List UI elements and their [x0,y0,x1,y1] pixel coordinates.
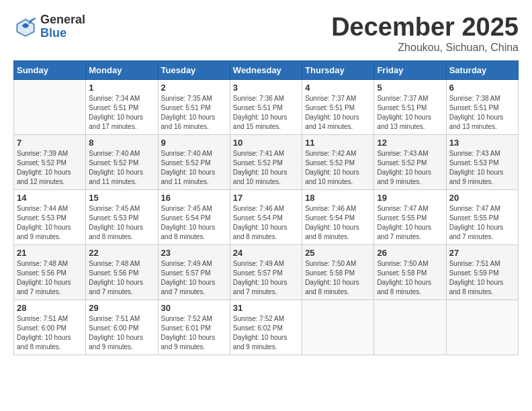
day-info: Sunrise: 7:52 AM Sunset: 6:01 PM Dayligh… [161,314,227,352]
calendar-week-row: 28Sunrise: 7:51 AM Sunset: 6:00 PM Dayli… [14,300,519,355]
calendar-cell: 1Sunrise: 7:34 AM Sunset: 5:51 PM Daylig… [86,79,158,134]
day-number: 24 [233,248,299,258]
calendar-table: SundayMondayTuesdayWednesdayThursdayFrid… [13,60,519,355]
day-number: 13 [449,138,515,148]
day-info: Sunrise: 7:38 AM Sunset: 5:51 PM Dayligh… [449,94,515,132]
day-number: 19 [377,193,443,203]
calendar-cell: 30Sunrise: 7:52 AM Sunset: 6:01 PM Dayli… [158,300,230,355]
day-info: Sunrise: 7:49 AM Sunset: 5:57 PM Dayligh… [233,259,299,297]
weekday-header-thursday: Thursday [302,60,374,79]
day-number: 22 [89,248,154,258]
day-number: 30 [161,303,227,313]
calendar-week-row: 14Sunrise: 7:44 AM Sunset: 5:53 PM Dayli… [14,189,519,244]
day-info: Sunrise: 7:49 AM Sunset: 5:57 PM Dayligh… [161,259,227,297]
day-info: Sunrise: 7:43 AM Sunset: 5:52 PM Dayligh… [377,149,443,187]
day-number: 3 [233,83,299,93]
calendar-cell: 6Sunrise: 7:38 AM Sunset: 5:51 PM Daylig… [446,79,518,134]
day-number: 26 [377,248,443,258]
day-info: Sunrise: 7:40 AM Sunset: 5:52 PM Dayligh… [161,149,227,187]
calendar-cell: 15Sunrise: 7:45 AM Sunset: 5:53 PM Dayli… [86,189,158,244]
weekday-header-monday: Monday [86,60,158,79]
day-info: Sunrise: 7:47 AM Sunset: 5:55 PM Dayligh… [449,204,515,242]
day-number: 31 [233,303,299,313]
day-info: Sunrise: 7:43 AM Sunset: 5:53 PM Dayligh… [449,149,515,187]
day-number: 2 [161,83,227,93]
day-info: Sunrise: 7:36 AM Sunset: 5:51 PM Dayligh… [233,94,299,132]
day-number: 28 [17,303,83,313]
calendar-week-row: 21Sunrise: 7:48 AM Sunset: 5:56 PM Dayli… [14,244,519,300]
calendar-cell: 31Sunrise: 7:52 AM Sunset: 6:02 PM Dayli… [230,300,302,355]
calendar-cell: 16Sunrise: 7:45 AM Sunset: 5:54 PM Dayli… [158,189,230,244]
calendar-cell: 11Sunrise: 7:42 AM Sunset: 5:52 PM Dayli… [302,134,374,189]
day-number: 4 [305,83,371,93]
calendar-cell: 24Sunrise: 7:49 AM Sunset: 5:57 PM Dayli… [230,244,302,300]
day-info: Sunrise: 7:51 AM Sunset: 5:59 PM Dayligh… [449,259,515,297]
weekday-header-sunday: Sunday [14,60,86,79]
day-number: 12 [377,138,443,148]
day-number: 27 [449,248,515,258]
calendar-cell [446,300,518,355]
day-info: Sunrise: 7:44 AM Sunset: 5:53 PM Dayligh… [17,204,83,242]
calendar-cell: 14Sunrise: 7:44 AM Sunset: 5:53 PM Dayli… [14,189,86,244]
day-number: 16 [161,193,227,203]
day-number: 14 [17,193,83,203]
day-info: Sunrise: 7:45 AM Sunset: 5:53 PM Dayligh… [89,204,154,242]
day-info: Sunrise: 7:35 AM Sunset: 5:51 PM Dayligh… [161,94,227,132]
day-number: 11 [305,138,371,148]
day-number: 17 [233,193,299,203]
day-info: Sunrise: 7:42 AM Sunset: 5:52 PM Dayligh… [305,149,371,187]
logo-blue-text: Blue [40,27,85,40]
day-number: 8 [89,138,154,148]
day-info: Sunrise: 7:47 AM Sunset: 5:55 PM Dayligh… [377,204,443,242]
calendar-cell: 10Sunrise: 7:41 AM Sunset: 5:52 PM Dayli… [230,134,302,189]
day-info: Sunrise: 7:46 AM Sunset: 5:54 PM Dayligh… [305,204,371,242]
calendar-cell: 5Sunrise: 7:37 AM Sunset: 5:51 PM Daylig… [374,79,446,134]
day-info: Sunrise: 7:51 AM Sunset: 6:00 PM Dayligh… [89,314,154,352]
calendar-cell: 12Sunrise: 7:43 AM Sunset: 5:52 PM Dayli… [374,134,446,189]
calendar-cell: 7Sunrise: 7:39 AM Sunset: 5:52 PM Daylig… [14,134,86,189]
title-block: December 2025 Zhoukou, Sichuan, China [331,13,519,54]
calendar-cell: 8Sunrise: 7:40 AM Sunset: 5:52 PM Daylig… [86,134,158,189]
day-info: Sunrise: 7:51 AM Sunset: 6:00 PM Dayligh… [17,314,83,352]
calendar-cell: 26Sunrise: 7:50 AM Sunset: 5:58 PM Dayli… [374,244,446,300]
day-info: Sunrise: 7:41 AM Sunset: 5:52 PM Dayligh… [233,149,299,187]
calendar-cell: 29Sunrise: 7:51 AM Sunset: 6:00 PM Dayli… [86,300,158,355]
day-info: Sunrise: 7:39 AM Sunset: 5:52 PM Dayligh… [17,149,83,187]
calendar-cell: 9Sunrise: 7:40 AM Sunset: 5:52 PM Daylig… [158,134,230,189]
day-number: 23 [161,248,227,258]
day-number: 29 [89,303,154,313]
calendar-cell [374,300,446,355]
weekday-header-wednesday: Wednesday [230,60,302,79]
page-header: General Blue December 2025 Zhoukou, Sich… [13,13,519,54]
day-number: 6 [449,83,515,93]
calendar-cell: 27Sunrise: 7:51 AM Sunset: 5:59 PM Dayli… [446,244,518,300]
day-info: Sunrise: 7:37 AM Sunset: 5:51 PM Dayligh… [305,94,371,132]
calendar-cell: 2Sunrise: 7:35 AM Sunset: 5:51 PM Daylig… [158,79,230,134]
calendar-cell: 17Sunrise: 7:46 AM Sunset: 5:54 PM Dayli… [230,189,302,244]
calendar-cell: 25Sunrise: 7:50 AM Sunset: 5:58 PM Dayli… [302,244,374,300]
day-number: 10 [233,138,299,148]
day-info: Sunrise: 7:48 AM Sunset: 5:56 PM Dayligh… [17,259,83,297]
day-info: Sunrise: 7:34 AM Sunset: 5:51 PM Dayligh… [89,94,154,132]
month-title: December 2025 [331,13,519,42]
calendar-cell: 28Sunrise: 7:51 AM Sunset: 6:00 PM Dayli… [14,300,86,355]
calendar-cell: 18Sunrise: 7:46 AM Sunset: 5:54 PM Dayli… [302,189,374,244]
location: Zhoukou, Sichuan, China [331,42,519,54]
day-info: Sunrise: 7:48 AM Sunset: 5:56 PM Dayligh… [89,259,154,297]
calendar-cell: 13Sunrise: 7:43 AM Sunset: 5:53 PM Dayli… [446,134,518,189]
day-number: 7 [17,138,83,148]
day-info: Sunrise: 7:37 AM Sunset: 5:51 PM Dayligh… [377,94,443,132]
day-info: Sunrise: 7:40 AM Sunset: 5:52 PM Dayligh… [89,149,154,187]
logo: General Blue [13,13,85,40]
logo-icon [13,15,38,39]
day-info: Sunrise: 7:46 AM Sunset: 5:54 PM Dayligh… [233,204,299,242]
calendar-header-row: SundayMondayTuesdayWednesdayThursdayFrid… [14,60,519,79]
calendar-cell: 21Sunrise: 7:48 AM Sunset: 5:56 PM Dayli… [14,244,86,300]
day-info: Sunrise: 7:45 AM Sunset: 5:54 PM Dayligh… [161,204,227,242]
day-number: 1 [89,83,154,93]
day-number: 5 [377,83,443,93]
calendar-cell [14,79,86,134]
day-number: 15 [89,193,154,203]
day-number: 9 [161,138,227,148]
day-number: 25 [305,248,371,258]
